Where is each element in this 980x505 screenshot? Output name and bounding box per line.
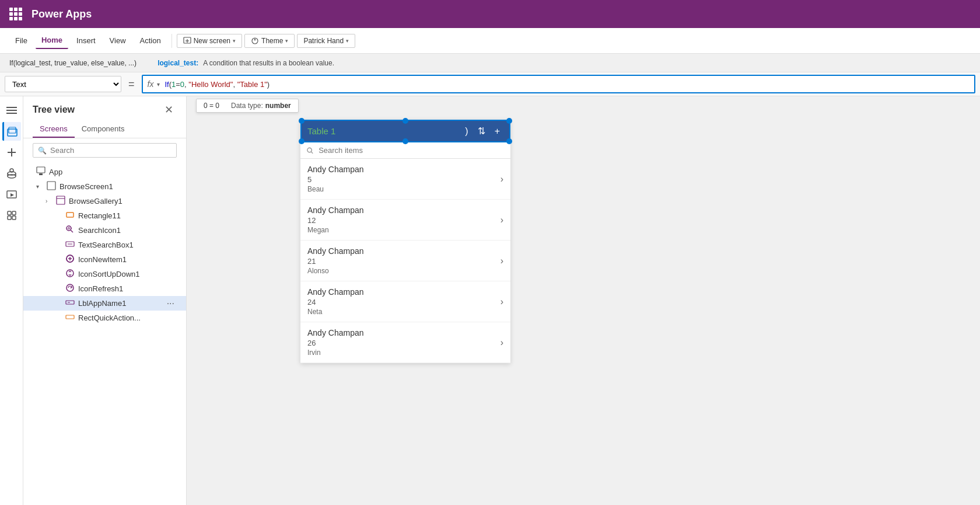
- app-title: Power Apps: [32, 8, 92, 20]
- gallery-item-1-arrow: ›: [501, 174, 503, 184]
- menu-view[interactable]: View: [104, 33, 132, 48]
- gallery-tree-icon: [56, 196, 65, 207]
- tree-close-button[interactable]: ✕: [161, 103, 177, 116]
- gallery-container: Table 1 ) ⇅ +: [300, 120, 510, 363]
- gallery-item-3[interactable]: Andy Champan 21 Alonso ›: [300, 241, 510, 281]
- gallery-item-1-sub: Beau: [307, 185, 501, 193]
- formula-text[interactable]: If(1=0, "Hello World", "Table 1"): [164, 80, 970, 89]
- svg-point-30: [68, 228, 70, 229]
- equals-sign: =: [128, 78, 135, 90]
- menu-home[interactable]: Home: [36, 32, 68, 49]
- formula-signature: If(logical_test, true_value, else_value,…: [9, 59, 136, 67]
- gallery-header[interactable]: Table 1 ) ⇅ +: [300, 120, 510, 142]
- gallery-item-5-content: Andy Champan 26 Irvin: [307, 328, 501, 357]
- gallery-item-2[interactable]: Andy Champan 12 Megan ›: [300, 200, 510, 241]
- sidebar-icon-menu[interactable]: [2, 101, 21, 120]
- property-select[interactable]: Text: [5, 76, 121, 92]
- fx-label: fx: [148, 79, 154, 89]
- font-button[interactable]: Patrick Hand ▾: [297, 34, 355, 48]
- new-screen-icon: [183, 37, 191, 45]
- sidebar-icon-media[interactable]: [2, 185, 21, 204]
- menu-action[interactable]: Action: [134, 33, 167, 48]
- tree-item-lbl-app-name[interactable]: › LblAppName1 ···: [23, 296, 186, 311]
- tree-item-rectangle11[interactable]: › Rectangle11: [23, 208, 186, 223]
- new-item-tree-icon: [65, 254, 75, 265]
- tab-screens[interactable]: Screens: [33, 121, 75, 138]
- rect-tree-icon: [65, 210, 75, 221]
- tree-item-rect-quick-label: RectQuickAction...: [78, 314, 177, 322]
- tree-title: Tree view: [33, 105, 75, 115]
- new-screen-button[interactable]: New screen ▾: [177, 34, 242, 48]
- gallery-add-icon[interactable]: +: [491, 125, 503, 138]
- refresh-tree-icon: [65, 283, 75, 294]
- sidebar-icon-add[interactable]: [2, 143, 21, 162]
- tab-components[interactable]: Components: [75, 121, 132, 138]
- gallery-item-5-arrow: ›: [501, 337, 503, 348]
- tree-item-sort-label: IconSortUpDown1: [78, 270, 177, 278]
- sidebar-icon-data[interactable]: [2, 164, 21, 183]
- tree-item-more-button[interactable]: ···: [164, 298, 177, 309]
- gallery-item-5-sub: Irvin: [307, 349, 501, 357]
- tree-item-rect-label: Rectangle11: [78, 211, 177, 220]
- menu-file[interactable]: File: [9, 33, 33, 48]
- textbox-tree-icon: [65, 239, 75, 250]
- tree-item-icon-refresh[interactable]: › IconRefresh1: [23, 281, 186, 296]
- gallery-item-2-sub: Megan: [307, 226, 501, 234]
- svg-marker-17: [10, 193, 14, 197]
- browse-screen-chevron: ▾: [36, 183, 43, 190]
- tree-search-input[interactable]: [50, 146, 172, 155]
- svg-rect-27: [66, 213, 74, 217]
- gallery-item-3-arrow: ›: [501, 256, 503, 266]
- tree-item-lbl-label: LblAppName1: [78, 299, 161, 308]
- label-tree-icon: [65, 298, 75, 309]
- gallery-sort-icon[interactable]: ⇅: [474, 124, 489, 138]
- tree-item-icon-new[interactable]: › IconNewItem1: [23, 252, 186, 267]
- new-screen-chevron: ▾: [233, 38, 236, 44]
- gallery-item-5-name: Andy Champan: [307, 328, 501, 337]
- menu-separator: [172, 34, 172, 48]
- tree-item-app[interactable]: App: [23, 165, 186, 179]
- apps-icon[interactable]: [9, 8, 22, 20]
- tree-item-refresh-label: IconRefresh1: [78, 284, 177, 293]
- sidebar-icon-vars[interactable]: [2, 206, 21, 225]
- formula-param-desc: A condition that results in a boolean va…: [203, 59, 334, 67]
- theme-button[interactable]: Theme ▾: [244, 34, 295, 48]
- svg-rect-20: [8, 216, 11, 220]
- formula-hint-area: If(logical_test, true_value, else_value,…: [0, 54, 980, 96]
- canvas-datatype-label: Data type:: [231, 102, 263, 110]
- gallery-item-3-name: Andy Champan: [307, 246, 501, 256]
- gallery-item-5[interactable]: Andy Champan 26 Irvin ›: [300, 322, 510, 363]
- sidebar-icon-layers[interactable]: [2, 122, 21, 141]
- svg-rect-23: [39, 173, 43, 175]
- gallery-item-1-name: Andy Champan: [307, 165, 501, 174]
- gallery-edit-icon[interactable]: ): [461, 125, 471, 138]
- gallery-item-4-num: 24: [307, 298, 501, 307]
- layers-icon: [7, 126, 18, 137]
- gallery-item-4-arrow: ›: [501, 297, 503, 307]
- gallery-chevron: ›: [46, 198, 52, 204]
- tree-item-gallery-label: BrowseGallery1: [69, 197, 177, 206]
- tree-item-text-search-box[interactable]: › TextSearchBox1: [23, 238, 186, 252]
- formula-param-name: logical_test:: [158, 59, 198, 67]
- formula-chevron: ▾: [157, 81, 160, 88]
- tree-header: Tree view ✕: [23, 96, 186, 121]
- gallery-item-1[interactable]: Andy Champan 5 Beau ›: [300, 159, 510, 200]
- svg-rect-42: [66, 315, 74, 319]
- gallery-item-4[interactable]: Andy Champan 24 Neta ›: [300, 281, 510, 322]
- svg-rect-24: [47, 182, 55, 190]
- tree-search-box[interactable]: 🔍: [33, 143, 177, 158]
- menu-insert[interactable]: Insert: [71, 33, 102, 48]
- app-tree-icon: [36, 166, 46, 177]
- gallery-search-input[interactable]: [318, 146, 505, 155]
- tree-item-icon-sort[interactable]: › IconSortUpDown1: [23, 267, 186, 281]
- formula-hint-bar: If(logical_test, true_value, else_value,…: [0, 54, 980, 72]
- tree-item-browse-screen[interactable]: ▾ BrowseScreen1: [23, 179, 186, 194]
- tree-item-browse-gallery[interactable]: › BrowseGallery1: [23, 194, 186, 208]
- gallery-search-bar[interactable]: [300, 142, 510, 159]
- gallery-item-2-num: 12: [307, 216, 501, 225]
- theme-chevron: ▾: [285, 38, 288, 44]
- gallery-item-2-name: Andy Champan: [307, 206, 501, 215]
- theme-label: Theme: [261, 37, 283, 45]
- tree-item-rect-quick[interactable]: › RectQuickAction...: [23, 311, 186, 325]
- tree-item-search-icon1[interactable]: › SearchIcon1: [23, 223, 186, 238]
